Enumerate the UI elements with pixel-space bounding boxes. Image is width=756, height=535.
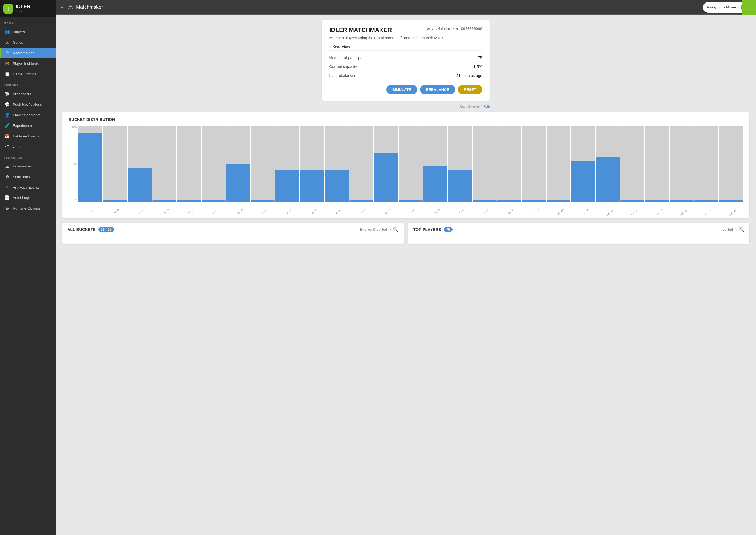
rebalanced-label: Last rebalanced	[330, 73, 357, 78]
save-file-size-link[interactable]: 1.6Mb	[481, 105, 490, 109]
scan-jobs-icon: ⚙	[5, 174, 10, 180]
bar-group: 100 - 110	[596, 126, 620, 202]
sidebar-item-label: Analytics Events	[13, 185, 40, 189]
offers-icon: 🏷	[5, 144, 10, 149]
bar-foreground	[472, 200, 497, 202]
rebalance-button[interactable]: REBALANCE	[420, 85, 455, 94]
top-players-badge: 75	[444, 227, 452, 232]
bar-background	[694, 126, 718, 202]
bar-group: 90 - 100	[522, 126, 546, 202]
sidebar-item-label: Game Configs	[13, 72, 36, 76]
participants-label: Number of participants	[330, 56, 368, 60]
bar-background	[152, 126, 176, 202]
sidebar-logo[interactable]: I IDLER Local ›	[0, 0, 56, 17]
save-file-info: Save file size: 1.6Mb	[322, 105, 490, 109]
bar-background	[547, 126, 571, 202]
bar-foreground	[325, 170, 349, 202]
broadcasts-icon: 📡	[5, 91, 10, 97]
bar-group: 30 - 40	[226, 126, 250, 202]
filter-arrow-icon[interactable]: ›	[390, 227, 391, 232]
bar-group: 0 - 10	[78, 126, 102, 202]
bar-label: 0 - 10	[89, 208, 95, 214]
sidebar-item-environment[interactable]: ☁ Environment	[0, 161, 56, 172]
sidebar-item-scan-jobs[interactable]: ⚙ Scan Jobs	[0, 172, 56, 182]
sidebar-item-players[interactable]: 👥 Players	[0, 27, 56, 37]
bar-group: 130 - 140	[694, 126, 718, 202]
bar-group: 100 - 110	[571, 126, 595, 202]
chart-title: BUCKET DISTRIBUTION	[68, 117, 743, 122]
analytics-events-icon: ≡	[5, 185, 10, 190]
bar-background	[103, 126, 127, 202]
all-buckets-panel: ALL BUCKETS 25 / 25 filtered & sorted › …	[62, 222, 404, 244]
filter-search-icon[interactable]: 🔍	[392, 227, 398, 232]
sort-label: sorted	[722, 228, 733, 232]
bar-group: 80 - 90	[497, 126, 521, 202]
capacity-label: Current capacity	[330, 65, 357, 69]
sidebar-item-broadcasts[interactable]: 📡 Broadcasts	[0, 89, 56, 99]
bar-group: 80 - 90	[472, 126, 497, 202]
sidebar-item-offers[interactable]: 🏷 Offers	[0, 141, 56, 152]
bar-label: 80 - 90	[508, 208, 514, 215]
sidebar-item-audit-logs[interactable]: 📄 Audit Logs	[0, 192, 56, 203]
bar-group: 70 - 80	[423, 126, 447, 202]
sidebar-item-push-notifications[interactable]: 💬 Push Notifications	[0, 99, 56, 110]
bar-group: 70 - 80	[448, 126, 472, 202]
bar-label: 20 - 30	[187, 208, 194, 215]
collapse-sidebar-button[interactable]: «	[60, 3, 65, 11]
runtime-options-icon: ⚙	[5, 206, 10, 211]
sidebar-item-matchmaking[interactable]: ⚖ Matchmaking	[0, 48, 56, 58]
bar-group: 30 - 40	[251, 126, 275, 202]
sidebar-item-analytics-events[interactable]: ≡ Analytics Events	[0, 182, 56, 192]
bar-foreground	[620, 200, 644, 202]
bar-group: 120 - 130	[669, 126, 694, 202]
sidebar-item-game-configs[interactable]: 📋 Game Configs	[0, 69, 56, 79]
bar-label: 10 - 20	[163, 208, 169, 215]
bar-foreground	[128, 168, 152, 202]
section-technical-label: TECHNICAL	[0, 152, 56, 161]
main-area: « ⚖ Matchmaker Anonymous Moomin 👤 IDLER …	[56, 0, 756, 535]
reset-button[interactable]: RESET	[458, 85, 482, 94]
matchmaking-icon: ⚖	[5, 50, 10, 56]
sidebar-item-runtime-options[interactable]: ⚙ Runtime Options	[0, 203, 56, 213]
bar-group: 110 - 120	[620, 126, 644, 202]
bar-group: 10 - 20	[152, 126, 176, 202]
page-header-icon: ⚖	[68, 4, 73, 11]
sidebar-item-player-incidents[interactable]: 🎮 Player Incidents	[0, 58, 56, 69]
sidebar-item-in-game-events[interactable]: 📅 In-Game Events	[0, 131, 56, 141]
bar-label: 60 - 70	[409, 208, 416, 215]
bar-foreground	[78, 133, 102, 202]
participants-row: Number of participants 75	[330, 53, 482, 62]
bar-label: 40 - 50	[311, 208, 317, 215]
sidebar-item-label: In-Game Events	[13, 134, 39, 138]
simulate-button[interactable]: SIMULATE	[387, 85, 417, 94]
sort-arrow-icon[interactable]: ›	[735, 227, 737, 232]
app-name: IDLER	[16, 4, 30, 10]
bar-label: 110 - 120	[631, 208, 639, 216]
bar-foreground	[374, 153, 398, 202]
bar-foreground	[349, 200, 373, 202]
sidebar-item-label: Guilds	[13, 41, 23, 44]
sidebar-item-experiments[interactable]: 🧪 Experiments	[0, 120, 56, 131]
bar-group: 110 - 120	[645, 126, 669, 202]
bar-group: 40 - 50	[300, 126, 324, 202]
sidebar-item-label: Environment	[13, 164, 33, 168]
sidebar: I IDLER Local › GAME 👥 Players ⚔ Guilds …	[0, 0, 56, 535]
overview-section-title: ≡ Overview	[330, 44, 482, 51]
sidebar-item-label: Runtime Options	[13, 206, 40, 210]
bar-background	[522, 126, 546, 202]
sidebar-item-label: Offers	[13, 145, 23, 149]
matchmaker-description: Matches players using their total amount…	[330, 36, 482, 40]
sidebar-item-guilds[interactable]: ⚔ Guilds	[0, 37, 56, 48]
sort-icons[interactable]: › 🔍	[735, 227, 744, 232]
bar-group: 50 - 60	[349, 126, 373, 202]
filter-icons[interactable]: › 🔍	[390, 227, 398, 232]
app-env: Local	[16, 10, 24, 13]
sidebar-item-player-segments[interactable]: 👤 Player Segments	[0, 110, 56, 120]
experiments-icon: 🧪	[5, 123, 10, 128]
sort-search-icon[interactable]: 🔍	[739, 227, 744, 232]
players-icon: 👥	[5, 29, 10, 34]
bar-foreground	[497, 200, 521, 202]
bar-label: 10 - 20	[138, 208, 145, 215]
all-buckets-badge: 25 / 25	[98, 227, 114, 232]
overview-icon: ≡	[330, 44, 332, 49]
